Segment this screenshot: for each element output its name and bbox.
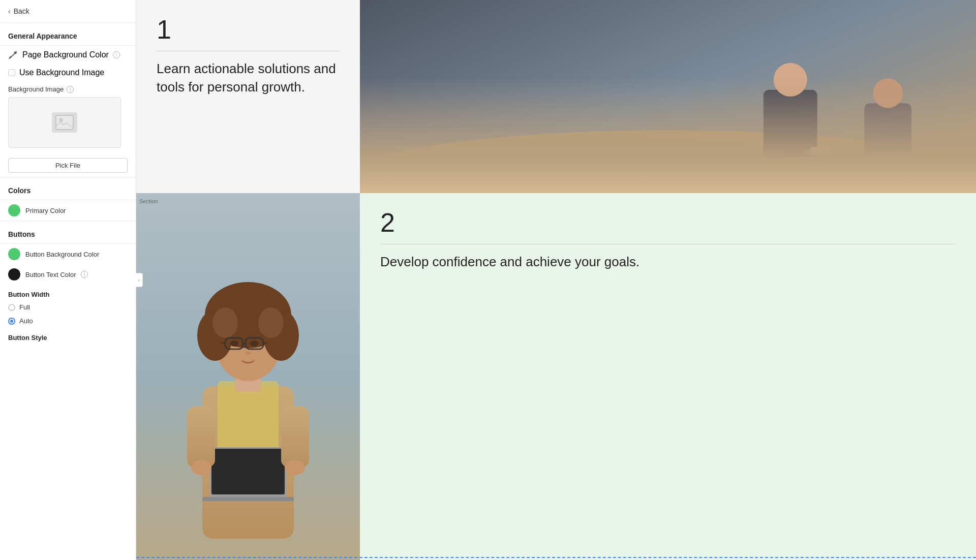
- panel-4-divider: [380, 244, 956, 244]
- panel-3-bottom-left: [136, 193, 360, 560]
- svg-point-40: [285, 460, 305, 475]
- page-bg-color-row: Page Background Color i: [0, 46, 136, 64]
- page-bg-color-label: Page Background Color: [22, 50, 109, 59]
- background-image-label: Background Image: [8, 85, 64, 93]
- button-bg-color-row: Button Background Color: [0, 244, 136, 264]
- people-at-table-svg: [360, 0, 976, 193]
- svg-rect-10: [811, 147, 831, 155]
- svg-point-8: [873, 78, 903, 108]
- button-text-color-info-icon[interactable]: i: [81, 271, 88, 278]
- collapse-icon: ‹: [138, 277, 140, 283]
- left-panel: ‹ Back General Appearance Page Backgroun…: [0, 0, 136, 560]
- page-bg-color-info-icon[interactable]: i: [113, 51, 120, 58]
- svg-point-2: [59, 118, 63, 122]
- svg-point-31: [230, 340, 238, 347]
- background-image-preview: [8, 97, 121, 148]
- button-width-auto-radio[interactable]: [8, 318, 15, 325]
- svg-rect-11: [750, 157, 817, 193]
- button-width-full-radio[interactable]: [8, 304, 15, 311]
- back-label: Back: [14, 7, 29, 15]
- use-bg-image-row: Use Background Image: [0, 64, 136, 81]
- panel-1-text: Learn actionable solutions and tools for…: [157, 59, 340, 97]
- woman-svg: [136, 193, 360, 560]
- svg-rect-5: [764, 90, 817, 171]
- chevron-left-icon: ‹: [8, 7, 11, 15]
- svg-point-32: [250, 340, 258, 347]
- panel-4-number: 2: [380, 209, 956, 236]
- button-width-auto-row: Auto: [0, 314, 136, 328]
- button-text-color-row: Button Text Color i: [0, 264, 136, 285]
- svg-rect-36: [202, 497, 294, 501]
- right-content-area: 1 Learn actionable solutions and tools f…: [136, 0, 976, 560]
- svg-rect-18: [218, 381, 279, 457]
- button-style-label: Button Style: [0, 328, 136, 344]
- primary-color-label: Primary Color: [25, 207, 66, 214]
- button-width-auto-label: Auto: [19, 317, 33, 325]
- eyedropper-icon[interactable]: [8, 50, 18, 60]
- svg-point-4: [360, 130, 976, 193]
- people-scene: [360, 0, 976, 193]
- panel-4-bottom-right: 2 Develop confidence and achieve your go…: [360, 193, 976, 560]
- back-button[interactable]: ‹ Back: [0, 0, 136, 23]
- svg-rect-3: [360, 0, 976, 193]
- svg-rect-38: [281, 407, 309, 468]
- button-bg-color-swatch[interactable]: [8, 248, 20, 260]
- use-bg-image-checkbox[interactable]: [8, 69, 15, 76]
- button-text-color-label: Button Text Color: [25, 271, 76, 278]
- primary-color-row: Primary Color: [0, 200, 136, 221]
- section-label: Section: [136, 197, 161, 205]
- woman-scene: [136, 193, 360, 560]
- button-text-color-swatch[interactable]: [8, 268, 20, 281]
- bottom-bar: [136, 557, 976, 560]
- button-bg-color-label: Button Background Color: [25, 251, 99, 258]
- panel-1-number: 1: [157, 16, 340, 43]
- bg-image-info-icon[interactable]: i: [67, 86, 74, 93]
- pick-file-button[interactable]: Pick File: [8, 158, 128, 173]
- svg-rect-15: [804, 149, 812, 154]
- svg-point-33: [246, 352, 251, 355]
- panel-1-top-left: 1 Learn actionable solutions and tools f…: [136, 0, 360, 193]
- use-bg-image-label: Use Background Image: [19, 68, 104, 77]
- svg-rect-9: [784, 150, 824, 164]
- button-width-full-label: Full: [19, 303, 30, 311]
- general-appearance-title: General Appearance: [0, 23, 136, 45]
- collapse-handle[interactable]: ‹: [136, 273, 143, 287]
- primary-color-swatch[interactable]: [8, 204, 20, 216]
- panel-4-text: Develop confidence and achieve your goal…: [380, 253, 956, 271]
- colors-title: Colors: [0, 177, 136, 200]
- panel-1-divider: [157, 51, 340, 51]
- background-image-label-row: Background Image i: [8, 85, 128, 93]
- button-width-full-row: Full: [0, 300, 136, 314]
- svg-point-39: [191, 460, 211, 475]
- svg-rect-35: [211, 449, 285, 494]
- svg-point-25: [258, 307, 284, 338]
- image-placeholder-icon: [52, 112, 77, 133]
- svg-point-24: [212, 307, 238, 338]
- svg-rect-37: [187, 407, 215, 468]
- svg-rect-1: [56, 115, 73, 130]
- panel-2-top-right: [360, 0, 976, 193]
- svg-point-6: [774, 63, 807, 97]
- background-image-section: Background Image i: [0, 81, 136, 154]
- svg-rect-7: [864, 103, 911, 170]
- buttons-title: Buttons: [0, 221, 136, 243]
- button-width-label: Button Width: [0, 285, 136, 300]
